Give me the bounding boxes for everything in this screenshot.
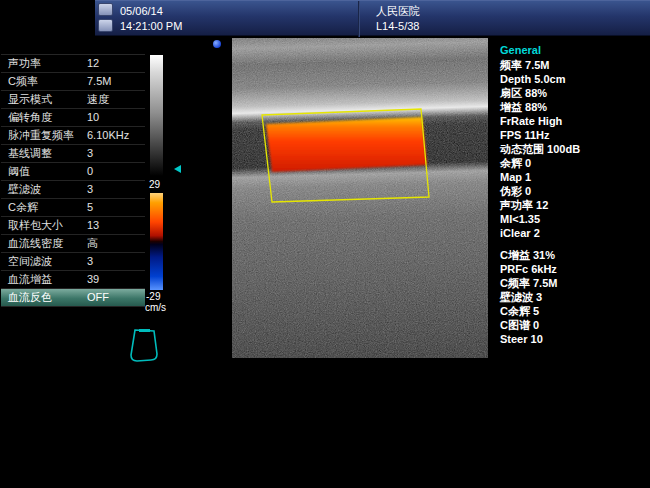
param-value: 13	[87, 217, 99, 234]
param-value: 0	[87, 163, 93, 180]
preset-title: General	[500, 42, 650, 58]
info-line-fps: FPS 11Hz	[500, 128, 650, 142]
param-row-color-gain[interactable]: 血流增益39	[1, 271, 145, 289]
info-line-frequency: 频率 7.5M	[500, 58, 650, 72]
info-line-frame-rate: FrRate High	[500, 114, 650, 128]
param-row-display-mode[interactable]: 显示模式速度	[1, 91, 145, 109]
speckle-texture	[232, 38, 488, 358]
scale-marker-icon	[174, 165, 181, 173]
param-row-threshold[interactable]: 阈值0	[1, 163, 145, 181]
param-label: C频率	[8, 73, 38, 90]
time-text: 14:21:00 PM	[120, 19, 182, 34]
param-value: 3	[87, 145, 93, 162]
info-line-c-gain: C增益 31%	[500, 248, 650, 262]
ultrasound-scan	[232, 38, 488, 358]
gray-scale-bar	[150, 55, 163, 176]
disk-icon[interactable]	[98, 19, 113, 32]
info-line-prfc: PRFc 6kHz	[500, 262, 650, 276]
param-value: OFF	[87, 289, 109, 306]
param-label: 基线调整	[8, 145, 52, 162]
param-row-color-invert[interactable]: 血流反色OFF	[1, 289, 145, 307]
info-line-chroma: 伪彩 0	[500, 184, 650, 198]
indicator-dot	[213, 40, 221, 48]
param-label: 脉冲重复频率	[8, 127, 74, 144]
info-line-gain: 增益 88%	[500, 100, 650, 114]
patient-icon[interactable]	[98, 3, 113, 16]
param-value: 10	[87, 109, 99, 126]
param-value: 7.5M	[87, 73, 111, 90]
param-label: 血流线密度	[8, 235, 63, 252]
hospital-block: 人民医院 L14-5/38	[376, 4, 420, 34]
param-value: 速度	[87, 91, 109, 108]
color-scale-unit: cm/s	[145, 302, 166, 313]
param-row-baseline[interactable]: 基线调整3	[1, 145, 145, 163]
datetime-block: 05/06/14 14:21:00 PM	[120, 4, 182, 34]
info-line-persistence: 余辉 0	[500, 156, 650, 170]
param-row-acoustic-power[interactable]: 声功率12	[1, 55, 145, 73]
param-label: 取样包大小	[8, 217, 63, 234]
color-flow	[266, 117, 427, 172]
param-label: 壁滤波	[8, 181, 41, 198]
info-section-gap	[500, 240, 650, 248]
info-line-dynamic-range: 动态范围 100dB	[500, 142, 650, 156]
param-row-steer-angle[interactable]: 偏转角度10	[1, 109, 145, 127]
info-line-iclear: iClear 2	[500, 226, 650, 240]
param-row-spatial-filter[interactable]: 空间滤波3	[1, 253, 145, 271]
probe-id: L14-5/38	[376, 19, 420, 34]
body-marker-icon	[126, 326, 162, 366]
param-value: 39	[87, 271, 99, 288]
param-label: 空间滤波	[8, 253, 52, 270]
info-line-wall-filter: 壁滤波 3	[500, 290, 650, 304]
color-scale-max: 29	[149, 179, 160, 190]
thumbnail-strip: ◀ × × × ×	[0, 392, 650, 488]
param-value: 6.10KHz	[87, 127, 129, 144]
param-value: 5	[87, 199, 93, 216]
topbar-divider	[358, 1, 360, 37]
param-label: 血流增益	[8, 271, 52, 288]
date-text: 05/06/14	[120, 4, 182, 19]
control-panel: 声功率12 C频率7.5M 显示模式速度 偏转角度10 脉冲重复频率6.10KH…	[1, 54, 145, 307]
hospital-name: 人民医院	[376, 4, 420, 19]
param-row-packet-size[interactable]: 取样包大小13	[1, 217, 145, 235]
info-line-depth: Depth 5.0cm	[500, 72, 650, 86]
info-line-map: Map 1	[500, 170, 650, 184]
param-row-c-persistence[interactable]: C余辉5	[1, 199, 145, 217]
info-line-c-frequency: C频率 7.5M	[500, 276, 650, 290]
param-label: 显示模式	[8, 91, 52, 108]
body-marker	[126, 326, 162, 366]
info-line-mi: MI<1.35	[500, 212, 650, 226]
param-row-c-frequency[interactable]: C频率7.5M	[1, 73, 145, 91]
param-label: C余辉	[8, 199, 38, 216]
param-label: 阈值	[8, 163, 30, 180]
param-row-flow-density[interactable]: 血流线密度高	[1, 235, 145, 253]
top-bar: 05/06/14 14:21:00 PM 人民医院 L14-5/38	[95, 0, 650, 36]
param-label: 声功率	[8, 55, 41, 72]
param-value: 3	[87, 181, 93, 198]
ultrasound-app: 05/06/14 14:21:00 PM 人民医院 L14-5/38 声功率12…	[0, 0, 650, 488]
param-row-wall-filter[interactable]: 壁滤波3	[1, 181, 145, 199]
info-line-acoustic-power: 声功率 12	[500, 198, 650, 212]
param-row-prf[interactable]: 脉冲重复频率6.10KHz	[1, 127, 145, 145]
param-label: 血流反色	[8, 289, 52, 306]
topbar-icons	[98, 3, 113, 35]
param-value: 高	[87, 235, 98, 252]
param-value: 12	[87, 55, 99, 72]
color-scale-bar	[150, 193, 163, 290]
ultrasound-image[interactable]	[232, 38, 488, 358]
info-line-steer: Steer 10	[500, 332, 650, 346]
param-value: 3	[87, 253, 93, 270]
info-line-c-persistence: C余辉 5	[500, 304, 650, 318]
info-line-sector: 扇区 88%	[500, 86, 650, 100]
color-scale-min: -29	[146, 291, 160, 302]
param-label: 偏转角度	[8, 109, 52, 126]
image-info-panel: General 频率 7.5M Depth 5.0cm 扇区 88% 增益 88…	[500, 42, 650, 346]
info-line-c-map: C图谱 0	[500, 318, 650, 332]
